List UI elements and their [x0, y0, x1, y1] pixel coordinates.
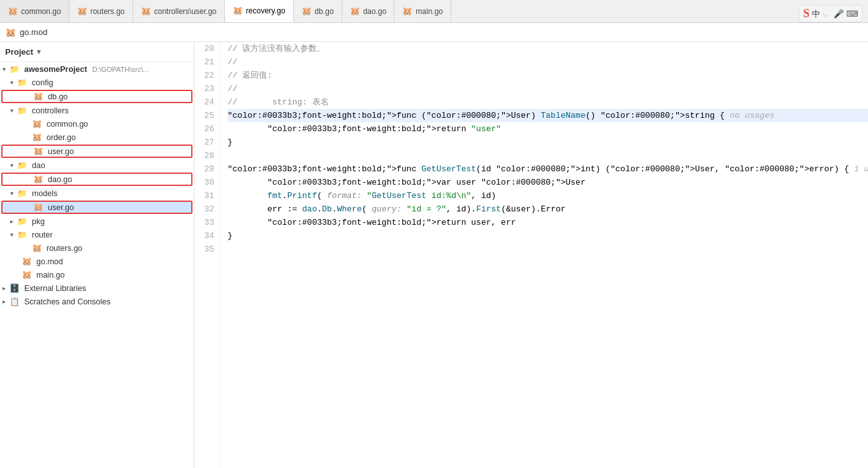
sidebar-item-user.go-ctrl[interactable]: 🐹 user.go	[1, 145, 192, 158]
code-line-20: // 该方法没有输入参数。	[228, 42, 868, 55]
tab-main.go[interactable]: 🐹main.go	[394, 0, 451, 23]
code-line-33: "color:#0033b3;font-weight:bold;">return…	[228, 216, 868, 229]
line-number-20: 20	[199, 42, 214, 55]
tab-label: controllers\user.go	[154, 7, 217, 16]
chevron-icon: ▾	[10, 231, 13, 238]
tree-container: ▾ 📁 awesomeProject D:\GOPATH\src\... ▾ 📁…	[0, 62, 194, 308]
root-label: awesomeProject	[24, 65, 87, 74]
sidebar-item-main.go[interactable]: 🐹 main.go	[0, 268, 194, 281]
secondary-bar: 🐹 go.mod	[0, 23, 868, 42]
tab-bar: 🐹common.go🐹routers.go🐹controllers\user.g…	[0, 0, 868, 23]
sidebar-item-models[interactable]: ▾ 📁 models	[0, 187, 194, 200]
line-number-30: 30	[199, 176, 214, 189]
ime-toolbar: S 中 ·。 🎤 ⌨	[799, 5, 863, 22]
file-label: routers.go	[47, 244, 82, 253]
code-area[interactable]: 20212223242526272829303132333435 // 该方法没…	[194, 42, 868, 468]
code-line-32: err := dao.Db.Where( query: "id = ?", id…	[228, 202, 868, 216]
code-line-31: fmt.Printf( format: "GetUserTest id:%d\n…	[228, 189, 868, 202]
sidebar-item-pkg[interactable]: ▸ 📁 pkg	[0, 215, 194, 228]
code-line-28	[228, 149, 868, 162]
tab-controllers-user.go[interactable]: 🐹controllers\user.go	[133, 0, 225, 23]
code-lines[interactable]: // 该方法没有输入参数。//// 返回值://// string: 表名"co…	[220, 42, 868, 468]
tab-label: dao.go	[363, 7, 387, 16]
line-number-32: 32	[199, 202, 214, 216]
folder-label: models	[32, 189, 57, 198]
tab-label: routers.go	[90, 7, 125, 16]
sidebar-item-scratches-consoles[interactable]: ▸ 📋 Scratches and Consoles	[0, 295, 194, 308]
gopher-file-icon: 🐹	[33, 202, 43, 212]
gopher-file-icon: 🐹	[32, 132, 42, 142]
line-number-33: 33	[199, 216, 214, 229]
sidebar-header: Project ▾	[0, 42, 194, 62]
file-label: main.go	[36, 271, 64, 280]
folder-icon: 📁	[10, 64, 20, 74]
ime-keyboard-icon[interactable]: ⌨	[846, 9, 858, 18]
sidebar-item-dao[interactable]: ▾ 📁 dao	[0, 159, 194, 172]
folder-label: pkg	[32, 217, 45, 226]
folder-icon: 📁	[17, 230, 27, 239]
file-label: common.go	[47, 120, 88, 129]
line-number-29: 29	[199, 162, 214, 176]
sidebar-item-db.go[interactable]: 🐹 db.go	[1, 90, 192, 103]
ime-s-icon: S	[803, 7, 809, 20]
tab-gopher-icon: 🐹	[350, 6, 360, 16]
chevron-right-icon: ▸	[3, 285, 6, 292]
file-label: user.go	[48, 147, 74, 156]
file-label: go.mod	[36, 257, 63, 266]
tab-db.go[interactable]: 🐹db.go	[294, 0, 342, 23]
code-line-25: "color:#0033b3;font-weight:bold;">func (…	[228, 109, 868, 122]
gopher-file-icon: 🐹	[22, 270, 32, 280]
line-number-21: 21	[199, 55, 214, 69]
ime-chinese-icon[interactable]: 中	[812, 8, 820, 20]
chevron-icon: ▾	[10, 190, 13, 197]
sidebar-item-order.go[interactable]: 🐹 order.go	[0, 131, 194, 144]
sidebar-item-awesomeProject[interactable]: ▾ 📁 awesomeProject D:\GOPATH\src\...	[0, 62, 194, 76]
ime-mic-icon[interactable]: 🎤	[834, 9, 844, 18]
sidebar-item-dao.go[interactable]: 🐹 dao.go	[1, 173, 192, 186]
line-number-22: 22	[199, 69, 214, 82]
chevron-right-icon: ▾	[3, 66, 6, 73]
external-libraries-icon: 🗄️	[10, 283, 20, 293]
chevron-icon: ▾	[10, 79, 13, 86]
tab-label: db.go	[315, 7, 334, 16]
project-chevron-icon[interactable]: ▾	[37, 48, 41, 56]
line-number-28: 28	[199, 149, 214, 162]
code-line-29: "color:#0033b3;font-weight:bold;">func G…	[228, 162, 868, 176]
tab-routers.go[interactable]: 🐹routers.go	[69, 0, 133, 23]
gomod-tab[interactable]: go.mod	[20, 27, 47, 37]
folder-label: dao	[32, 161, 45, 170]
gopher-file-icon: 🐹	[32, 119, 42, 129]
file-label: user.go	[48, 203, 74, 212]
tab-label: common.go	[21, 7, 61, 16]
code-line-23: //	[228, 82, 868, 96]
code-line-34: }	[228, 229, 868, 243]
code-line-35	[228, 243, 868, 256]
tab-recovery.go[interactable]: 🐹recovery.go	[225, 0, 294, 23]
tab-label: main.go	[416, 7, 443, 16]
line-number-23: 23	[199, 82, 214, 96]
tab-dao.go[interactable]: 🐹dao.go	[342, 0, 395, 23]
root-path: D:\GOPATH\src\...	[92, 66, 149, 73]
mod-gopher-icon: 🐹	[22, 257, 32, 266]
code-line-30: "color:#0033b3;font-weight:bold;">var us…	[228, 176, 868, 189]
sidebar-item-external-libraries[interactable]: ▸ 🗄️ External Libraries	[0, 281, 194, 295]
line-number-25: 25	[199, 109, 214, 122]
sidebar-item-routers.go[interactable]: 🐹 routers.go	[0, 241, 194, 255]
sidebar-item-go.mod[interactable]: 🐹 go.mod	[0, 255, 194, 268]
scratches-consoles-icon: 📋	[10, 297, 20, 306]
sidebar-item-controllers[interactable]: ▾ 📁 controllers	[0, 104, 194, 117]
gopher-file-icon: 🐹	[32, 243, 42, 253]
ime-punctuation-icon[interactable]: ·。	[823, 10, 831, 18]
external-libraries-label: External Libraries	[24, 284, 86, 293]
code-line-26: "color:#0033b3;font-weight:bold;">return…	[228, 122, 868, 136]
line-number-31: 31	[199, 189, 214, 202]
file-label: dao.go	[48, 175, 72, 184]
tab-common.go[interactable]: 🐹common.go	[0, 0, 69, 23]
gomod-gopher-icon: 🐹	[5, 27, 16, 38]
sidebar-item-common.go[interactable]: 🐹 common.go	[0, 117, 194, 131]
sidebar-item-router[interactable]: ▾ 📁 router	[0, 228, 194, 241]
line-number-35: 35	[199, 243, 214, 256]
sidebar-item-user.go-models[interactable]: 🐹 user.go	[1, 201, 192, 214]
sidebar: Project ▾ ▾ 📁 awesomeProject D:\GOPATH\s…	[0, 42, 194, 468]
sidebar-item-config[interactable]: ▾ 📁 config	[0, 76, 194, 89]
